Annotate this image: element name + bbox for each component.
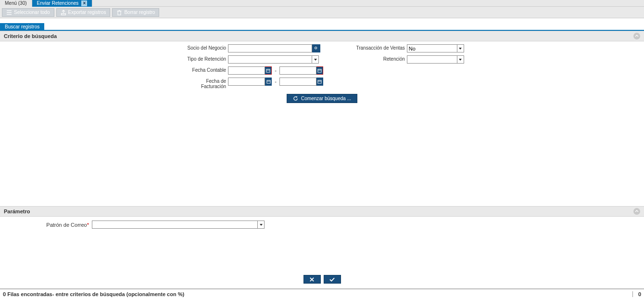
close-icon	[309, 277, 315, 282]
label-socio: Socio del Negocio	[180, 44, 226, 51]
collapse-icon[interactable]	[633, 208, 640, 215]
subtab-bar: Buscar registros	[0, 23, 644, 31]
field-fecha-facturacion: Fecha de Facturación -	[180, 78, 323, 89]
chevron-down-icon[interactable]	[457, 55, 464, 64]
label-tipo-ret: Tipo de Retención	[180, 55, 226, 62]
close-icon[interactable]: ×	[81, 0, 87, 6]
trans-ventas-input[interactable]	[407, 44, 457, 52]
svg-rect-15	[318, 80, 321, 83]
export-label: Exportar registros	[68, 10, 106, 15]
tab-enviar-retenciones[interactable]: Enviar Retenciones ×	[32, 0, 93, 7]
export-icon	[61, 10, 66, 15]
tab-active-label: Enviar Retenciones	[37, 0, 79, 7]
label-patron-correo: Patrón de Correo*	[19, 222, 89, 228]
field-socio-negocio: Socio del Negocio	[180, 44, 323, 52]
criteria-header: Criterio de búsqueda	[0, 31, 644, 41]
tipo-retencion-input[interactable]	[228, 55, 312, 64]
tab-menu[interactable]: Menú (30)	[0, 0, 32, 7]
check-icon	[329, 277, 335, 282]
range-separator: -	[274, 66, 278, 75]
field-tipo-retencion: Tipo de Retención	[180, 55, 323, 64]
criteria-title: Criterio de búsqueda	[4, 33, 57, 39]
svg-rect-13	[267, 80, 270, 83]
calendar-icon[interactable]	[265, 78, 272, 86]
subtab-buscar-registros[interactable]: Buscar registros	[0, 23, 44, 30]
fecha-fact-to-input[interactable]	[279, 78, 316, 86]
socio-input[interactable]	[228, 44, 312, 52]
window-tabs: Menú (30) Enviar Retenciones ×	[0, 0, 644, 7]
range-separator: -	[274, 78, 278, 86]
subtab-label: Buscar registros	[5, 24, 39, 29]
list-icon	[6, 10, 12, 15]
bottom-actions	[0, 275, 644, 284]
label-trans-ventas: Transacción de Ventas	[342, 44, 405, 51]
svg-rect-3	[61, 13, 65, 15]
calendar-icon[interactable]	[316, 78, 323, 86]
fecha-contable-to-input[interactable]	[279, 66, 316, 75]
collapse-icon[interactable]	[633, 33, 640, 39]
svg-rect-9	[266, 69, 270, 72]
label-fecha-fact: Fecha de Facturación	[180, 78, 226, 89]
start-search-button[interactable]: Comenzar búsqueda ...	[287, 94, 357, 103]
calendar-icon[interactable]	[316, 66, 323, 75]
field-retencion: Retención	[342, 55, 464, 64]
fecha-fact-from-input[interactable]	[228, 78, 265, 86]
param-header: Parámetro	[0, 206, 644, 217]
delete-label: Borrar registro	[124, 10, 155, 15]
select-all-label: Seleccionar todo	[14, 10, 50, 15]
retencion-input[interactable]	[407, 55, 457, 64]
field-fecha-contable: Fecha Contable -	[180, 66, 323, 75]
patron-correo-input[interactable]	[92, 221, 258, 229]
required-asterisk: *	[87, 222, 89, 228]
label-fecha-cont: Fecha Contable	[180, 66, 226, 73]
field-patron-correo: Patrón de Correo*	[19, 221, 625, 229]
chevron-down-icon[interactable]	[457, 44, 464, 52]
status-bar: 0 Filas encontradas- entre criterios de …	[0, 288, 644, 299]
search-row: Comenzar búsqueda ...	[0, 92, 644, 108]
param-body: Patrón de Correo*	[0, 217, 644, 233]
refresh-icon	[293, 96, 298, 101]
svg-rect-4	[118, 11, 121, 15]
param-title: Parámetro	[4, 208, 30, 214]
delete-button[interactable]: Borrar registro	[112, 8, 159, 17]
fecha-contable-from-input[interactable]	[228, 66, 265, 75]
export-button[interactable]: Exportar registros	[56, 8, 111, 17]
calendar-icon[interactable]	[265, 66, 272, 75]
toolbar: Seleccionar todo Exportar registros Borr…	[0, 7, 644, 18]
chevron-down-icon[interactable]	[258, 221, 265, 229]
trash-icon	[116, 10, 122, 15]
cancel-button[interactable]	[303, 275, 321, 284]
status-text: 0 Filas encontradas- entre criterios de …	[3, 291, 184, 297]
criteria-body: Socio del Negocio Tipo de Retención Fe	[0, 41, 644, 92]
chevron-down-icon[interactable]	[312, 55, 319, 64]
svg-point-8	[316, 48, 316, 48]
label-retencion: Retención	[342, 55, 405, 62]
start-search-label: Comenzar búsqueda ...	[301, 96, 351, 101]
svg-rect-11	[318, 69, 321, 72]
status-count: 0	[632, 291, 641, 297]
ok-button[interactable]	[324, 275, 341, 284]
field-transaccion-ventas: Transacción de Ventas	[342, 44, 464, 52]
select-all-button[interactable]: Seleccionar todo	[2, 8, 54, 17]
lookup-icon[interactable]	[312, 44, 320, 52]
tab-menu-label: Menú (30)	[5, 0, 27, 7]
